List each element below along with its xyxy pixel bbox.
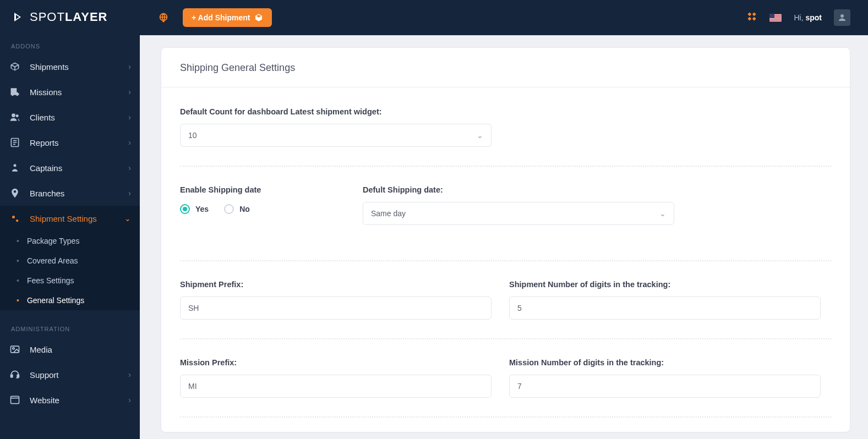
select-default-shipping-date[interactable]: Same day ⌄ xyxy=(363,202,674,225)
browser-icon xyxy=(9,394,21,406)
brand-logo[interactable]: SPOTLAYER xyxy=(0,0,140,37)
svg-rect-23 xyxy=(769,14,774,18)
sidebar: SPOTLAYER ADDONS Shipments › Missions › … xyxy=(0,0,140,439)
sidebar-sub-general-settings[interactable]: General Settings xyxy=(0,290,140,310)
sidebar-item-label: Website xyxy=(30,396,59,405)
sidebar-item-missions[interactable]: Missions › xyxy=(0,79,140,105)
sidebar-section-addons: ADDONS xyxy=(0,37,140,54)
sidebar-item-clients[interactable]: Clients › xyxy=(0,105,140,130)
topbar: + Add Shipment Hi, spot xyxy=(140,0,868,35)
language-flag-us[interactable] xyxy=(769,14,782,22)
chevron-right-icon: › xyxy=(128,113,131,122)
page-title: Shipping General Settings xyxy=(161,48,850,87)
field-mission-prefix: Mission Prefix: xyxy=(180,358,492,398)
brand-text-light: SPOT xyxy=(30,10,65,24)
input-mission-digits[interactable] xyxy=(517,382,812,391)
input-mission-prefix[interactable] xyxy=(188,382,483,391)
sidebar-item-label: Branches xyxy=(30,189,64,198)
input-shipment-prefix[interactable] xyxy=(188,304,483,312)
sidebar-sub-fees-settings[interactable]: Fees Settings xyxy=(0,271,140,290)
input-mission-digits-wrap xyxy=(509,375,821,398)
sidebar-item-label: Reports xyxy=(30,138,59,147)
sidebar-item-label: Clients xyxy=(30,113,55,122)
sidebar-item-reports[interactable]: Reports › xyxy=(0,130,140,155)
chevron-right-icon: › xyxy=(128,62,131,71)
sidebar-item-support[interactable]: Support › xyxy=(0,362,140,387)
sidebar-sub-package-types[interactable]: Package Types xyxy=(0,231,140,251)
divider xyxy=(180,338,831,339)
field-shipment-prefix: Shipment Prefix: xyxy=(180,280,492,320)
sidebar-sub-covered-areas[interactable]: Covered Areas xyxy=(0,251,140,271)
map-pin-icon xyxy=(9,187,21,199)
input-shipment-digits-wrap xyxy=(509,297,821,320)
input-shipment-prefix-wrap xyxy=(180,297,492,320)
chevron-right-icon: › xyxy=(128,189,131,197)
label-default-shipping-date: Defult Shipping date: xyxy=(363,185,674,194)
chevron-right-icon: › xyxy=(128,163,131,172)
avatar[interactable] xyxy=(834,9,850,26)
field-default-shipping-date: Defult Shipping date: Same day ⌄ xyxy=(363,185,674,225)
select-value: 10 xyxy=(188,131,197,140)
radio-circle-icon xyxy=(224,204,234,214)
svg-rect-22 xyxy=(769,20,782,21)
sidebar-submenu: Package Types Covered Areas Fees Setting… xyxy=(0,231,140,310)
image-icon xyxy=(9,343,21,355)
user-greeting[interactable]: Hi, spot xyxy=(794,13,822,22)
radio-no[interactable]: No xyxy=(224,204,250,214)
divider xyxy=(180,166,831,167)
content-scroll[interactable]: Shipping General Settings Default Count … xyxy=(140,35,868,439)
svg-point-7 xyxy=(13,348,14,349)
sub-item-label: Covered Areas xyxy=(27,256,78,265)
svg-rect-20 xyxy=(769,18,782,19)
chevron-right-icon: › xyxy=(128,87,131,96)
package-icon xyxy=(254,13,263,22)
svg-point-24 xyxy=(840,14,844,18)
add-shipment-label: + Add Shipment xyxy=(192,13,250,22)
divider xyxy=(180,416,831,418)
chevron-right-icon: › xyxy=(128,396,131,404)
add-shipment-button[interactable]: + Add Shipment xyxy=(183,8,272,27)
sub-item-label: General Settings xyxy=(27,296,84,305)
svg-point-3 xyxy=(14,164,17,167)
svg-rect-21 xyxy=(769,19,782,20)
svg-point-1 xyxy=(16,114,19,117)
sidebar-item-label: Support xyxy=(30,370,59,380)
main-area: + Add Shipment Hi, spot Shipp xyxy=(140,0,868,439)
svg-point-5 xyxy=(16,220,18,222)
sidebar-item-label: Shipment Settings xyxy=(30,214,97,223)
select-default-count[interactable]: 10 ⌄ xyxy=(180,124,492,147)
svg-rect-8 xyxy=(11,375,13,377)
settings-card: Shipping General Settings Default Count … xyxy=(161,47,850,432)
globe-icon[interactable] xyxy=(157,12,170,24)
sub-item-label: Package Types xyxy=(27,237,79,245)
sidebar-item-media[interactable]: Media xyxy=(0,337,140,362)
apps-icon[interactable] xyxy=(746,11,757,24)
input-mission-prefix-wrap xyxy=(180,375,492,398)
chevron-down-icon: ⌄ xyxy=(477,131,483,140)
brand-text-bold: LAYER xyxy=(65,10,108,24)
sidebar-item-shipment-settings[interactable]: Shipment Settings ⌄ xyxy=(0,206,140,231)
svg-point-0 xyxy=(12,113,15,117)
svg-point-4 xyxy=(12,216,15,218)
greeting-name: spot xyxy=(805,13,822,22)
report-icon xyxy=(9,136,21,149)
svg-rect-10 xyxy=(11,396,19,403)
sub-item-label: Fees Settings xyxy=(27,276,74,285)
sidebar-item-captains[interactable]: Captains › xyxy=(0,155,140,180)
radio-label: Yes xyxy=(195,205,209,213)
users-icon xyxy=(9,111,21,123)
svg-rect-9 xyxy=(17,375,19,377)
sidebar-item-branches[interactable]: Branches › xyxy=(0,180,140,206)
sidebar-item-label: Shipments xyxy=(30,62,69,72)
label-mission-prefix: Mission Prefix: xyxy=(180,358,492,367)
sidebar-item-label: Media xyxy=(30,345,52,354)
input-shipment-digits[interactable] xyxy=(517,304,812,312)
chevron-down-icon: ⌄ xyxy=(124,214,131,223)
sidebar-item-shipments[interactable]: Shipments › xyxy=(0,54,140,79)
gears-icon xyxy=(9,212,21,224)
radio-circle-icon xyxy=(180,204,190,214)
radio-yes[interactable]: Yes xyxy=(180,204,209,214)
svg-rect-15 xyxy=(752,17,756,21)
field-mission-digits: Mission Number of digits in the tracking… xyxy=(509,358,821,398)
sidebar-item-website[interactable]: Website › xyxy=(0,387,140,413)
